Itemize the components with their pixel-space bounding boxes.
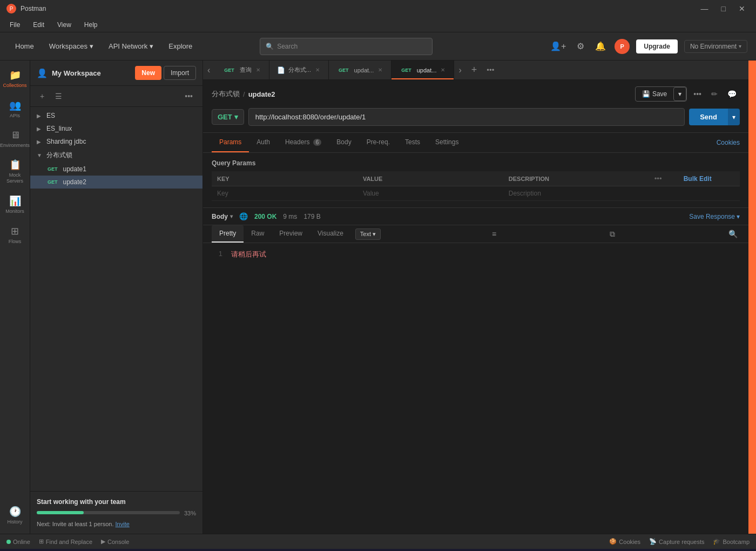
sidebar-item-collections[interactable]: 📁 Collections: [2, 65, 28, 93]
more-options-button[interactable]: •••: [181, 90, 196, 102]
cookies-status-item[interactable]: 🍪 Cookies: [609, 538, 640, 545]
tab-close-icon[interactable]: ✕: [440, 66, 446, 74]
save-response-arrow-icon: ▾: [737, 213, 740, 220]
search-bar[interactable]: 🔍 Search: [260, 38, 433, 55]
nav-api-network[interactable]: API Network ▾: [102, 39, 160, 53]
close-button[interactable]: ✕: [734, 2, 750, 15]
tab-fenbushi[interactable]: 📄 分布式... ✕: [269, 61, 329, 79]
req-tab-tests[interactable]: Tests: [397, 133, 428, 152]
nav-home[interactable]: Home: [9, 39, 40, 53]
minimize-button[interactable]: —: [697, 2, 713, 15]
copy-response-button[interactable]: ⧉: [608, 227, 617, 241]
send-dropdown-button[interactable]: ▾: [728, 109, 740, 125]
response-body-title: Body ▾: [212, 213, 233, 220]
tree-item-fen-bu[interactable]: ▼ 分布式锁: [30, 148, 202, 163]
req-tab-params[interactable]: Params: [212, 133, 249, 152]
tab-close-icon[interactable]: ✕: [377, 66, 383, 74]
mock-servers-icon: 📋: [9, 159, 21, 171]
menu-file[interactable]: File: [4, 19, 25, 31]
invite-link[interactable]: Invite: [116, 521, 130, 527]
sidebar-item-mock-servers[interactable]: 📋 Mock Servers: [2, 154, 28, 189]
tab-more-button[interactable]: •••: [482, 61, 498, 79]
breadcrumb-separator: /: [243, 90, 245, 98]
tab-update1[interactable]: GET updat... ✕: [329, 61, 392, 79]
edit-icon[interactable]: ✏: [708, 88, 721, 100]
add-user-button[interactable]: 👤+: [548, 39, 568, 53]
tab-prev-button[interactable]: ‹: [203, 61, 214, 79]
desc-input[interactable]: [509, 190, 644, 197]
tree-item-es[interactable]: ▶ ES: [30, 109, 202, 122]
bulk-edit-button[interactable]: Bulk Edit: [684, 175, 712, 183]
cookies-button[interactable]: Cookies: [717, 139, 740, 146]
nav-explore[interactable]: Explore: [162, 39, 199, 53]
menu-view[interactable]: View: [52, 19, 77, 31]
save-dropdown-button[interactable]: ▾: [673, 87, 686, 101]
tree-item-update1[interactable]: GET update1: [30, 163, 202, 176]
tree-item-sharding-jdbc[interactable]: ▶ Sharding jdbc: [30, 135, 202, 148]
sidebar-item-environments[interactable]: 🖥 Environments: [2, 125, 28, 153]
tab-update2[interactable]: GET updat... ✕: [392, 61, 454, 79]
req-tab-headers[interactable]: Headers 6: [278, 133, 329, 152]
statusbar-right: 🍪 Cookies 📡 Capture requests 🎓 Bootcamp: [609, 538, 750, 545]
status-online[interactable]: Online: [6, 539, 30, 545]
value-input[interactable]: [363, 190, 498, 197]
find-replace-item[interactable]: ⊞ Find and Replace: [39, 538, 92, 545]
console-item[interactable]: ▶ Console: [101, 538, 129, 545]
nav-workspaces[interactable]: Workspaces ▾: [43, 39, 100, 53]
resp-tab-preview[interactable]: Preview: [272, 225, 310, 243]
notifications-button[interactable]: 🔔: [593, 39, 608, 53]
new-tab-button[interactable]: +: [466, 61, 483, 79]
bootcamp-icon: 🎓: [713, 538, 720, 545]
params-title: Query Params: [212, 159, 740, 167]
key-input[interactable]: [217, 190, 352, 197]
menu-help[interactable]: Help: [79, 19, 103, 31]
tree-arrow-icon: ▶: [37, 126, 43, 132]
method-select[interactable]: GET ▾: [212, 109, 244, 125]
tab-close-icon[interactable]: ✕: [255, 66, 261, 74]
capture-requests-item[interactable]: 📡 Capture requests: [649, 538, 704, 545]
sidebar-item-history[interactable]: 🕐 History: [2, 501, 28, 529]
resp-format: Text ▾: [355, 229, 381, 240]
method-badge: GET: [336, 67, 351, 73]
req-tab-body[interactable]: Body: [329, 133, 359, 152]
response-body: 1 请稍后再试: [203, 243, 748, 534]
resp-tab-pretty[interactable]: Pretty: [212, 225, 244, 243]
response-area: Body ▾ 🌐 200 OK 9 ms 179 B Save Response…: [203, 207, 748, 534]
tab-next-button[interactable]: ›: [454, 61, 465, 79]
tab-close-icon[interactable]: ✕: [314, 66, 321, 74]
maximize-button[interactable]: □: [717, 2, 730, 15]
tab-chaxun[interactable]: GET 查询 ✕: [214, 61, 269, 79]
resp-tab-raw[interactable]: Raw: [244, 225, 272, 243]
sidebar-item-monitors[interactable]: 📊 Monitors: [2, 191, 28, 219]
word-wrap-button[interactable]: ≡: [490, 227, 498, 240]
format-select[interactable]: Text ▾: [355, 229, 381, 240]
req-tab-auth[interactable]: Auth: [249, 133, 278, 152]
save-response-button[interactable]: Save Response ▾: [689, 213, 740, 220]
import-button[interactable]: Import: [164, 66, 196, 80]
file-icon: 📄: [277, 66, 285, 74]
method-badge-get: GET: [45, 166, 60, 172]
menu-edit[interactable]: Edit: [28, 19, 50, 31]
sidebar-item-apis[interactable]: 👥 APIs: [2, 95, 28, 123]
more-options-icon[interactable]: •••: [690, 88, 705, 100]
send-button[interactable]: Send: [689, 109, 728, 125]
response-time: 9 ms: [283, 213, 297, 220]
resp-tab-visualize[interactable]: Visualize: [310, 225, 351, 243]
url-input[interactable]: [248, 108, 685, 126]
search-response-button[interactable]: 🔍: [726, 227, 740, 240]
sort-button[interactable]: ☰: [52, 90, 65, 102]
save-button[interactable]: 💾 Save: [636, 88, 673, 100]
comment-icon[interactable]: 💬: [724, 88, 740, 100]
avatar[interactable]: P: [615, 39, 630, 54]
upgrade-button[interactable]: Upgrade: [636, 39, 678, 53]
req-tab-prereq[interactable]: Pre-req.: [359, 133, 397, 152]
tree-item-es-linux[interactable]: ▶ ES_linux: [30, 122, 202, 135]
req-tab-settings[interactable]: Settings: [428, 133, 466, 152]
tree-item-update2[interactable]: GET update2: [30, 176, 202, 189]
sidebar-item-flows[interactable]: ⊞ Flows: [2, 221, 28, 249]
new-button[interactable]: New: [135, 66, 161, 80]
table-more-button[interactable]: •••: [654, 174, 662, 183]
settings-button[interactable]: ⚙: [575, 39, 586, 53]
add-collection-button[interactable]: +: [37, 90, 48, 102]
bootcamp-item[interactable]: 🎓 Bootcamp: [713, 538, 750, 545]
